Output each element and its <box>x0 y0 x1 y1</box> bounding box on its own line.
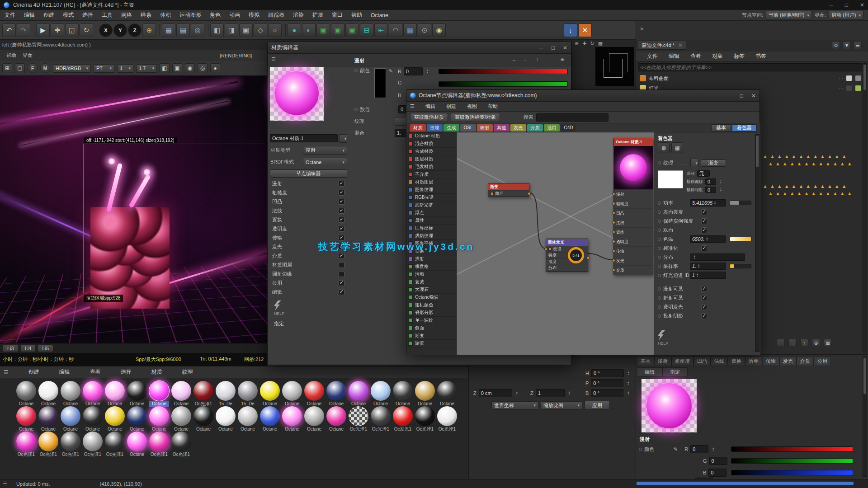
attribute-tab[interactable]: 漫射 <box>654 357 671 366</box>
attribute-row[interactable]: 色温 6500. <box>654 235 757 244</box>
material-thumbnail[interactable]: Octane <box>149 381 169 407</box>
attribute-checkbox[interactable] <box>701 313 707 319</box>
select-tool-icon[interactable]: ▶ <box>36 23 50 37</box>
material-thumbnail[interactable]: Oc光泽1 <box>105 432 125 457</box>
anim-dot[interactable] <box>658 229 661 232</box>
attribute-slider[interactable] <box>730 201 751 205</box>
material-thumbnail[interactable]: Octane <box>216 406 236 432</box>
attribute-row[interactable]: 双面 <box>654 225 757 235</box>
node-space-dropdown[interactable]: 当前 (标准/物理) <box>766 11 812 19</box>
output-socket[interactable] <box>586 256 590 259</box>
node-type-item[interactable]: 材质图层 <box>406 178 456 186</box>
attribute-tab[interactable]: 传输 <box>762 357 779 366</box>
menu-item[interactable]: 窗口 <box>332 11 343 19</box>
material-thumbnail[interactable]: Oc光泽1 <box>38 432 58 457</box>
material-thumbnail[interactable]: Octane <box>105 381 125 407</box>
channel-checkbox[interactable] <box>339 262 344 268</box>
object-tag-icon[interactable] <box>855 75 861 81</box>
object-tag-icon[interactable] <box>846 75 852 81</box>
material-thumbnail[interactable]: Octane <box>171 381 191 407</box>
material-thumbnail[interactable]: Oc发光1 <box>393 406 413 432</box>
liveviewer-tab[interactable]: Li5 <box>38 345 53 352</box>
status-menu-icon[interactable]: ☰ <box>3 481 7 487</box>
material-thumbnail[interactable]: Octane <box>282 406 302 432</box>
input-socket[interactable] <box>544 248 547 251</box>
anim-dot[interactable] <box>658 287 661 291</box>
light-icon[interactable]: ◉ <box>432 23 446 37</box>
anim-dot[interactable] <box>658 265 661 268</box>
gradient-shader-button[interactable]: 渐变 <box>701 160 726 167</box>
material-thumbnail[interactable]: Octane <box>304 406 324 432</box>
material-thumbnail[interactable]: Octane <box>38 381 58 407</box>
blur-amount-field[interactable]: 0 <box>705 187 716 193</box>
color-swatch[interactable] <box>374 68 386 98</box>
mini-viewport[interactable] <box>595 47 634 86</box>
anim-dot[interactable] <box>658 161 661 164</box>
anim-dot[interactable] <box>658 256 661 259</box>
material-thumbnail[interactable]: Oc光泽1 <box>193 381 213 407</box>
redo-icon[interactable]: ↷ <box>17 23 30 37</box>
material-thumbnail[interactable]: Octane <box>127 406 147 432</box>
material-thumbnail[interactable]: Oc光泽1 <box>149 432 169 457</box>
points-mode-icon[interactable]: ○ <box>268 23 282 37</box>
texture-dropdown[interactable] <box>690 159 698 167</box>
node-category-tab[interactable]: 生成 <box>443 124 459 131</box>
node-type-item[interactable]: 随机颜色 <box>406 301 456 309</box>
octane-liveviewer-icon[interactable]: ● <box>288 23 301 37</box>
node-type-item[interactable]: 高斯光谱 <box>406 202 456 209</box>
attribute-mode-tab[interactable]: 编辑 <box>637 367 662 377</box>
aperture-icon[interactable]: ◎ <box>198 63 208 73</box>
attribute-field[interactable]: 1 <box>690 272 726 279</box>
material-thumbnail[interactable]: Octane <box>415 381 435 407</box>
material-manager-menu-item[interactable]: 材质 <box>151 368 162 376</box>
anim-dot[interactable] <box>658 247 661 250</box>
attr-shader-tab[interactable]: 着色器 <box>732 124 757 131</box>
rotate-tool-icon[interactable]: ↻ <box>80 23 93 37</box>
hamburger-icon[interactable]: ☰ <box>4 369 9 375</box>
render-picture-viewer-icon[interactable]: ▤ <box>176 23 190 37</box>
attribute-tab[interactable]: 发光 <box>779 357 797 366</box>
menu-item[interactable]: 扩展 <box>312 11 323 19</box>
axis-mode-icon[interactable]: ◇ <box>254 23 267 37</box>
attribute-tab[interactable]: 法线 <box>711 357 728 366</box>
liveviewer-menu-item[interactable]: 帮助 <box>6 52 16 59</box>
channel-checkbox[interactable] <box>339 280 344 286</box>
move-icon[interactable]: ✚ <box>582 41 586 47</box>
node-type-item[interactable]: 单一波纹 <box>406 317 456 324</box>
material-name-field[interactable]: Octane 材质.1 <box>270 134 338 142</box>
liveviewer-tab[interactable]: Li3 <box>3 345 19 352</box>
node-type-item[interactable]: 脊形分形 <box>406 309 456 317</box>
rotation-p-field[interactable]: 0 ° <box>591 379 623 387</box>
attribute-tab[interactable]: 透明 <box>745 357 762 366</box>
attribute-tab[interactable]: 凹凸 <box>693 357 711 366</box>
attribute-field[interactable]: 1. <box>690 263 726 270</box>
maximize-button[interactable]: □ <box>552 45 555 51</box>
node-type-item[interactable]: 投射 <box>406 255 456 263</box>
undo-icon[interactable]: ↶ <box>2 23 16 37</box>
input-socket[interactable] <box>612 211 615 215</box>
rotate-icon[interactable]: ↻ <box>590 41 594 47</box>
channel-checkbox[interactable] <box>339 199 344 205</box>
menu-item[interactable]: 渲染 <box>293 11 304 19</box>
node-type-item[interactable]: 子介质 <box>406 171 456 178</box>
panel-close-icon[interactable]: ✕ <box>640 26 644 32</box>
clay-mode-icon[interactable]: ▣ <box>172 63 182 73</box>
gradient-node[interactable]: 渐变 纹理 <box>488 183 529 197</box>
object-item[interactable]: 布料曲面 · · <box>640 73 861 83</box>
input-socket[interactable] <box>612 259 615 262</box>
anim-dot[interactable] <box>354 108 358 111</box>
material-thumbnail[interactable]: Oc光泽1 <box>171 432 191 457</box>
close-render-icon[interactable]: ✕ <box>578 23 592 37</box>
liveviewer-menu-item[interactable]: 界面 <box>23 52 33 59</box>
rotation-b-field[interactable]: 0 ° <box>591 389 623 397</box>
format-dropdown[interactable]: HDR/sRGB <box>53 64 91 73</box>
spinner[interactable] <box>627 371 630 375</box>
node-type-item[interactable]: 渐变 <box>406 332 456 340</box>
render-settings-icon[interactable]: ◎ <box>191 23 204 37</box>
object-search-input[interactable] <box>638 63 862 71</box>
input-socket[interactable] <box>612 202 615 205</box>
assign-label[interactable]: 指定 <box>274 320 284 327</box>
spinner[interactable] <box>516 391 518 395</box>
material-thumbnail[interactable]: Octane <box>349 381 368 407</box>
attribute-field[interactable] <box>690 253 745 261</box>
